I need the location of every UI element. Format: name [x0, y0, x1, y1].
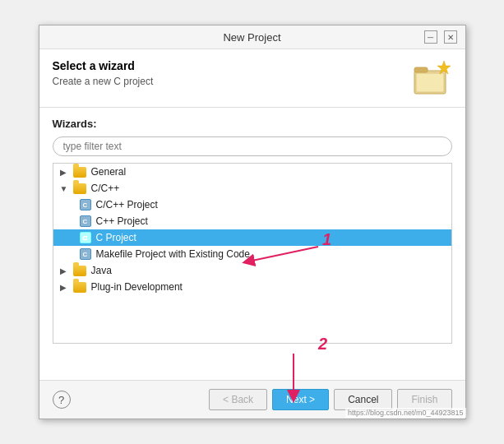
tree-item-cxx-project[interactable]: C++ Project: [53, 213, 451, 229]
watermark: https://blog.csdn.net/m0_44923815: [345, 408, 466, 418]
tree-label-general: General: [91, 166, 127, 178]
toggle-plugin: ▶: [60, 283, 68, 292]
tree-label-cxx-project: C++ Project: [96, 215, 148, 227]
tree-item-general[interactable]: ▶ General: [53, 164, 451, 180]
folder-icon-general: [73, 167, 86, 178]
back-button[interactable]: < Back: [209, 389, 267, 410]
toggle-java: ▶: [60, 266, 68, 275]
filter-input[interactable]: [53, 136, 452, 156]
tree-item-c-project[interactable]: C Project: [53, 229, 451, 246]
tree-label-makefile: Makefile Project with Existing Code: [96, 248, 250, 260]
svg-rect-1: [414, 67, 428, 72]
file-icon-c-project: [80, 232, 91, 243]
toggle-general: ▶: [60, 168, 68, 177]
help-button[interactable]: ?: [53, 391, 71, 409]
file-icon-cxx-project: [80, 215, 91, 227]
footer-left: ?: [53, 391, 71, 409]
header-section: Select a wizard Create a new C project: [39, 49, 465, 108]
file-icon-makefile: [80, 248, 91, 260]
close-button[interactable]: ✕: [444, 30, 457, 44]
tree-item-cpp-project[interactable]: C/C++ Project: [53, 197, 451, 213]
title-bar: New Project ─ ✕: [39, 25, 465, 49]
title-bar-controls: ─ ✕: [424, 30, 457, 44]
wizard-icon: [413, 59, 452, 99]
tree-item-java[interactable]: ▶ Java: [53, 262, 451, 279]
wizards-label: Wizards:: [53, 118, 452, 130]
file-icon-cpp-project: [80, 199, 91, 210]
folder-icon-plugin: [73, 282, 86, 293]
tree-item-cpp[interactable]: ▼ C/C++: [53, 180, 451, 197]
minimize-button[interactable]: ─: [424, 30, 437, 44]
toggle-cpp: ▼: [60, 184, 68, 193]
folder-icon-java: [73, 266, 86, 276]
header-title: Select a wizard: [53, 59, 405, 72]
tree-label-cpp-project: C/C++ Project: [96, 199, 158, 210]
svg-rect-2: [416, 73, 444, 92]
new-project-dialog: New Project ─ ✕ Select a wizard Create a…: [39, 25, 466, 419]
tree-label-c-project: C Project: [96, 232, 136, 243]
tree-item-makefile[interactable]: Makefile Project with Existing Code: [53, 246, 451, 262]
tree-item-plugin[interactable]: ▶ Plug-in Development: [53, 279, 451, 295]
next-button[interactable]: Next >: [272, 389, 329, 410]
header-text: Select a wizard Create a new C project: [53, 59, 405, 87]
dialog-title: New Project: [81, 31, 424, 44]
tree-label-cpp: C/C++: [91, 183, 120, 194]
content-area: Wizards: ▶ General ▼ C/C++: [39, 108, 465, 380]
header-subtitle: Create a new C project: [53, 76, 405, 87]
wizard-tree[interactable]: ▶ General ▼ C/C++ C/C++ Project: [53, 163, 452, 344]
tree-label-plugin: Plug-in Development: [91, 281, 183, 293]
tree-label-java: Java: [91, 265, 112, 276]
folder-icon-cpp: [73, 183, 86, 194]
